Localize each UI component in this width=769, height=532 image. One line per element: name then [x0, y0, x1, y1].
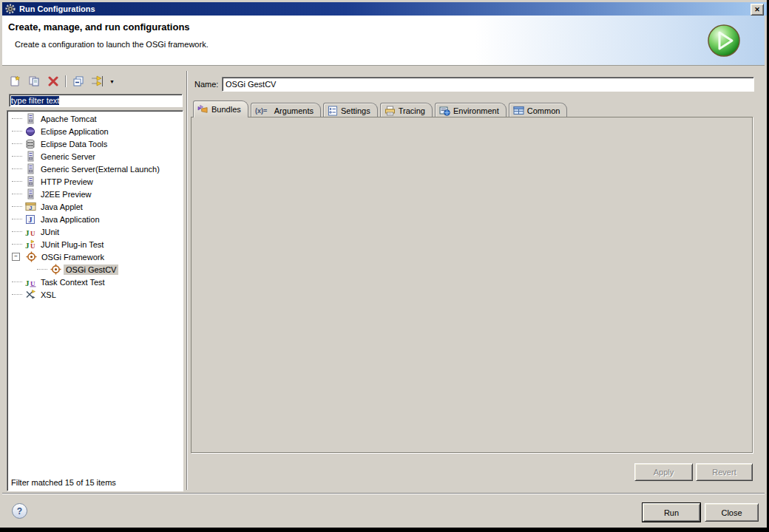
tree-item-eclipse-application[interactable]: Eclipse Application — [7, 125, 183, 137]
tree-connector — [12, 244, 22, 245]
osgi-icon — [50, 264, 61, 275]
junit-icon: JU — [24, 226, 36, 237]
tab-environment[interactable]: Environment — [435, 103, 507, 117]
tab-arguments[interactable]: (x)=Arguments — [251, 103, 321, 117]
tree-item-label: Generic Server — [38, 151, 98, 162]
server-icon — [24, 188, 36, 200]
svg-text:J: J — [29, 216, 33, 224]
tracing-tab-icon — [384, 106, 396, 116]
tree-item-xsl[interactable]: XSL — [7, 288, 183, 301]
eclipse-app-icon — [24, 126, 36, 137]
tree-item-label: Java Applet — [38, 202, 85, 212]
database-icon — [24, 138, 36, 149]
dropdown-arrow-icon[interactable]: ▼ — [109, 79, 115, 84]
config-toolbar: ▼ — [7, 73, 115, 89]
apply-button[interactable]: Apply — [634, 463, 693, 481]
svg-text:U: U — [30, 242, 35, 250]
tree-item-java-applet[interactable]: JJava Applet — [7, 200, 183, 213]
tree-item-j2ee-preview[interactable]: J2EE Preview — [7, 188, 183, 200]
window-title: Run Configurations — [19, 4, 95, 13]
tree-connector — [12, 131, 22, 132]
tree-item-label: Task Context Test — [38, 277, 107, 287]
server-icon — [24, 176, 36, 187]
tree-item-label: JUnit — [38, 227, 61, 237]
tree-connector — [12, 219, 22, 219]
tree-connector — [12, 156, 22, 157]
tree-item-label: Eclipse Data Tools — [38, 139, 109, 149]
java-applet-icon: J — [24, 201, 36, 212]
tree-item-label: HTTP Preview — [38, 177, 95, 187]
tree-item-label: XSL — [38, 290, 58, 300]
gear-icon — [4, 4, 16, 15]
title-bar[interactable]: Run Configurations ✕ — [2, 2, 767, 16]
server-icon — [24, 113, 36, 124]
svg-text:J: J — [29, 205, 32, 211]
tree-item-generic-server-external-launch[interactable]: Generic Server(External Launch) — [7, 163, 183, 175]
tree-connector — [12, 143, 22, 144]
footer-separator — [2, 493, 765, 494]
java-app-icon: J — [24, 214, 36, 225]
tree-item-osgi-gestcv[interactable]: OSGi GestCV — [7, 263, 183, 276]
tree-item-label: Java Application — [38, 214, 102, 225]
tree-connector — [12, 194, 22, 194]
close-icon[interactable]: ✕ — [751, 4, 764, 16]
page-subtitle: Create a configuration to launch the OSG… — [15, 40, 209, 49]
collapse-all-icon[interactable] — [71, 74, 86, 89]
tree-connector — [12, 231, 22, 232]
tree-connector — [12, 282, 22, 282]
tab-label: Arguments — [274, 106, 314, 115]
window-edge-bottom — [0, 528, 769, 532]
tab-label: Environment — [453, 106, 499, 115]
environment-tab-icon — [439, 106, 450, 116]
tab-tracing[interactable]: Tracing — [380, 103, 433, 117]
tree-item-task-context-test[interactable]: JUTask Context Test — [7, 276, 183, 288]
revert-button[interactable]: Revert — [696, 463, 753, 481]
tree-item-apache-tomcat[interactable]: Apache Tomcat — [7, 112, 183, 125]
duplicate-icon[interactable] — [27, 74, 41, 89]
filter-selected-text: type filter text — [11, 96, 59, 105]
task-context-icon: JU — [24, 276, 36, 287]
settings-tab-icon — [328, 106, 338, 116]
svg-text:J: J — [25, 278, 30, 287]
name-input[interactable] — [222, 77, 754, 92]
tab-settings[interactable]: Settings — [323, 103, 378, 117]
tree-item-junit-plug-in-test[interactable]: JUJUnit Plug-in Test — [7, 238, 183, 250]
tree-item-osgi-framework[interactable]: −OSGi Framework — [7, 250, 183, 263]
tree-connector — [12, 181, 22, 182]
tree-item-label: Generic Server(External Launch) — [38, 164, 162, 174]
tree-item-java-application[interactable]: JJava Application — [7, 213, 183, 225]
tree-item-generic-server[interactable]: Generic Server — [7, 150, 183, 163]
tree-connector — [37, 269, 47, 270]
tree-item-label: J2EE Preview — [38, 189, 93, 200]
tree-item-eclipse-data-tools[interactable]: Eclipse Data Tools — [7, 137, 183, 150]
filter-launch-icon[interactable] — [90, 74, 105, 89]
tab-bar: Bundles(x)=ArgumentsSettingsTracingEnvir… — [193, 101, 569, 117]
expander-minus-icon[interactable]: − — [12, 253, 20, 261]
tab-common[interactable]: Common — [509, 103, 568, 117]
delete-icon[interactable] — [46, 74, 61, 89]
help-icon[interactable]: ? — [12, 503, 27, 519]
svg-text:U: U — [30, 229, 35, 236]
config-filter-input[interactable]: type filter text — [9, 94, 183, 107]
tab-bundles[interactable]: Bundles — [193, 100, 248, 117]
svg-text:J: J — [25, 228, 30, 236]
tree-item-label: Eclipse Application — [38, 126, 111, 137]
bundles-tab-icon — [197, 105, 209, 115]
osgi-icon — [25, 251, 37, 262]
filter-match-status: Filter matched 15 of 15 items — [11, 478, 116, 487]
new-config-icon[interactable] — [7, 74, 22, 89]
dialog-header: Create, manage, and run configurations C… — [2, 16, 765, 66]
page-title: Create, manage, and run configurations — [8, 21, 190, 33]
close-button[interactable]: Close — [705, 503, 759, 522]
config-tree-panel[interactable]: Apache TomcatEclipse ApplicationEclipse … — [7, 110, 183, 491]
tree-item-junit[interactable]: JUJUnit — [7, 225, 183, 238]
tree-item-label: OSGi GestCV — [64, 265, 118, 275]
tab-label: Tracing — [399, 106, 425, 115]
run-button[interactable]: Run — [643, 503, 700, 522]
tree-item-http-preview[interactable]: HTTP Preview — [7, 175, 183, 188]
tree-item-label: JUnit Plug-in Test — [38, 239, 106, 250]
run-banner-icon — [707, 24, 741, 58]
tree-item-label: Apache Tomcat — [38, 114, 99, 124]
panel-divider[interactable] — [186, 71, 188, 490]
arguments-tab-icon: (x)= — [255, 106, 271, 115]
